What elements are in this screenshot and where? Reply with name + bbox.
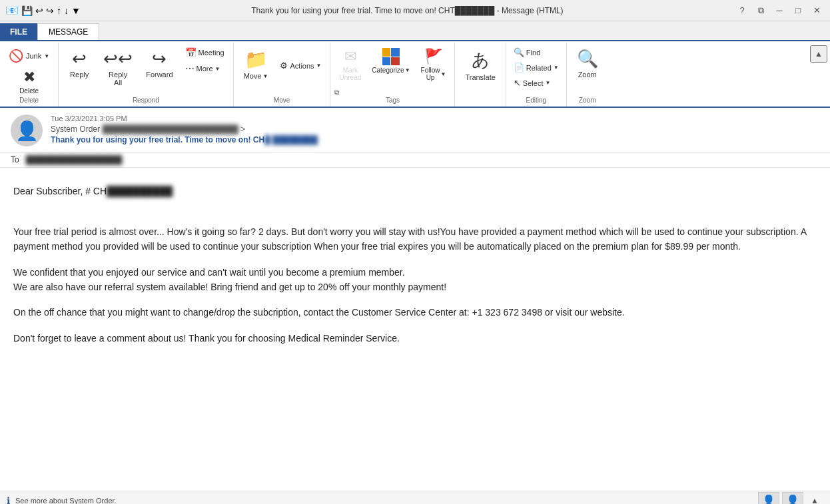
more-dropdown-icon: ▼: [215, 66, 220, 72]
greeting-blurred: ██████████: [107, 186, 173, 196]
status-collapse-button[interactable]: ▲: [806, 492, 823, 505]
actions-label: Actions: [290, 62, 314, 70]
down-icon[interactable]: ↓: [64, 5, 69, 16]
up-icon[interactable]: ↑: [57, 5, 61, 16]
to-label: To: [11, 155, 19, 164]
reply-all-button[interactable]: ↩↩ ReplyAll: [97, 45, 139, 90]
meeting-icon: 📅: [185, 47, 197, 58]
meeting-button[interactable]: 📅 Meeting: [181, 45, 229, 60]
zoom-buttons: 🔍 Zoom: [571, 45, 604, 97]
redo-icon[interactable]: ↪: [46, 5, 54, 16]
junk-icon: 🚫: [9, 49, 23, 63]
follow-up-dropdown-icon: ▼: [440, 71, 446, 77]
categorize-button[interactable]: Categorize ▼: [367, 45, 414, 77]
tab-file[interactable]: FILE: [0, 23, 37, 40]
person-icon-1: 👤: [762, 494, 775, 504]
email-to-row: To █████████████████: [0, 152, 830, 168]
email-from: System Order ████████████████████████ >: [51, 124, 819, 134]
ribbon-group-delete: 🚫 Junk ▼ ✖ Delete Delete: [0, 43, 59, 107]
select-label: Select: [523, 79, 544, 87]
more-title-icon[interactable]: ▼: [71, 5, 81, 16]
subject-text: Thank you for using your free trial. Tim…: [51, 135, 264, 144]
editing-group-label: Editing: [509, 97, 564, 105]
tab-message[interactable]: MESSAGE: [37, 23, 99, 40]
delete-icon: ✖: [23, 69, 35, 86]
more-button[interactable]: ⋯ More ▼: [181, 61, 229, 76]
related-dropdown-icon: ▼: [554, 65, 559, 71]
ribbon-collapse-button[interactable]: ▲: [810, 45, 827, 63]
title-bar-controls: ? ⧉ ─ □ ✕: [734, 3, 825, 19]
body-paragraph-1: Your free trial period is almost over...…: [13, 224, 817, 254]
select-dropdown-icon: ▼: [545, 80, 550, 86]
save-icon[interactable]: 💾: [21, 5, 33, 16]
email-meta: Tue 3/23/2021 3:05 PM System Order █████…: [51, 115, 819, 146]
people-icon-2[interactable]: 👤: [782, 492, 803, 505]
email-icon: 📧: [5, 4, 19, 17]
translate-button[interactable]: あ Translate: [459, 45, 501, 85]
status-bar: ℹ See more about System Order. 👤 👤 ▲: [0, 491, 830, 504]
forward-button[interactable]: ↪ Forward: [140, 45, 179, 82]
actions-stack: ⚙ Actions ▼: [275, 45, 326, 73]
status-text: See more about System Order.: [15, 497, 117, 505]
meeting-more-stack: 📅 Meeting ⋯ More ▼: [181, 45, 229, 76]
ribbon-group-respond: ↩ Reply ↩↩ ReplyAll ↪ Forward 📅 Meeting: [59, 43, 233, 107]
categorize-icon: [382, 48, 400, 65]
person-icon-2: 👤: [786, 494, 799, 504]
window-title: Thank you for using your free trial. Tim…: [81, 6, 734, 15]
zoom-group-label: Zoom: [571, 97, 604, 105]
help-button[interactable]: ?: [734, 3, 750, 19]
tags-footer: ⧉: [334, 89, 340, 97]
status-right: 👤 👤 ▲: [758, 492, 823, 505]
tags-buttons: ✉ MarkUnread Categorize ▼ 🚩: [334, 45, 450, 89]
undo-icon[interactable]: ↩: [35, 5, 43, 16]
email-subject: Thank you for using your free trial. Tim…: [51, 135, 819, 144]
zoom-icon: 🔍: [577, 49, 598, 69]
actions-button[interactable]: ⚙ Actions ▼: [275, 59, 326, 73]
ribbon-group-translate: あ Translate: [455, 43, 506, 107]
follow-up-button[interactable]: 🚩 FollowUp ▼: [416, 45, 451, 84]
title-bar-left: 📧 💾 ↩ ↪ ↑ ↓ ▼: [5, 4, 81, 17]
to-email: █████████████████: [26, 155, 123, 164]
email-date: Tue 3/23/2021 3:05 PM: [51, 115, 819, 123]
subject-blurred: █ ████████: [264, 135, 318, 144]
delete-button[interactable]: ✖ Delete: [15, 67, 43, 97]
tab-bar: FILE MESSAGE: [0, 21, 830, 41]
people-icon-1[interactable]: 👤: [758, 492, 779, 505]
delete-buttons: 🚫 Junk ▼ ✖ Delete: [4, 45, 54, 97]
move-button[interactable]: 📁 Move ▼: [238, 45, 274, 83]
related-icon: 📄: [514, 63, 524, 73]
zoom-button[interactable]: 🔍 Zoom: [571, 45, 604, 82]
find-icon: 🔍: [514, 47, 524, 57]
junk-button[interactable]: 🚫 Junk ▼: [4, 45, 54, 67]
tags-settings-icon[interactable]: ⧉: [334, 89, 339, 97]
follow-up-icon: 🚩: [424, 48, 442, 65]
actions-dropdown-icon: ▼: [316, 63, 322, 69]
find-label: Find: [526, 49, 540, 57]
close-button[interactable]: ✕: [809, 3, 825, 19]
actions-icon: ⚙: [280, 61, 288, 71]
find-button[interactable]: 🔍 Find: [509, 45, 564, 59]
move-group-label: Move: [238, 97, 326, 105]
maximize-button[interactable]: □: [790, 3, 806, 19]
related-button[interactable]: 📄 Related ▼: [509, 61, 564, 75]
respond-group-label: Respond: [63, 97, 228, 105]
more-icon: ⋯: [185, 63, 195, 74]
reply-button[interactable]: ↩ Reply: [63, 45, 96, 82]
minimize-button[interactable]: ─: [771, 3, 787, 19]
reply-all-icon: ↩↩: [103, 49, 133, 69]
body-paragraph-3: On the off chance that you might want to…: [13, 305, 817, 320]
restore-down-button[interactable]: ⧉: [753, 3, 769, 19]
respond-buttons: ↩ Reply ↩↩ ReplyAll ↪ Forward 📅 Meeting: [63, 45, 228, 97]
status-left: ℹ See more about System Order.: [7, 495, 117, 505]
sender-avatar: 👤: [11, 115, 43, 146]
title-bar: 📧 💾 ↩ ↪ ↑ ↓ ▼ Thank you for using your f…: [0, 0, 830, 21]
greeting-paragraph: Dear Subscriber, # CH██████████: [13, 184, 817, 198]
select-button[interactable]: ↖ Select ▼: [509, 76, 564, 90]
meeting-label: Meeting: [199, 49, 224, 57]
move-dropdown-icon: ▼: [263, 73, 268, 79]
junk-label: Junk: [26, 52, 41, 60]
categorize-dropdown-icon: ▼: [405, 67, 410, 73]
move-label: Move: [244, 72, 262, 80]
email-body: Dear Subscriber, # CH██████████ Your fre…: [0, 168, 830, 372]
mark-unread-button[interactable]: ✉ MarkUnread: [334, 45, 366, 84]
